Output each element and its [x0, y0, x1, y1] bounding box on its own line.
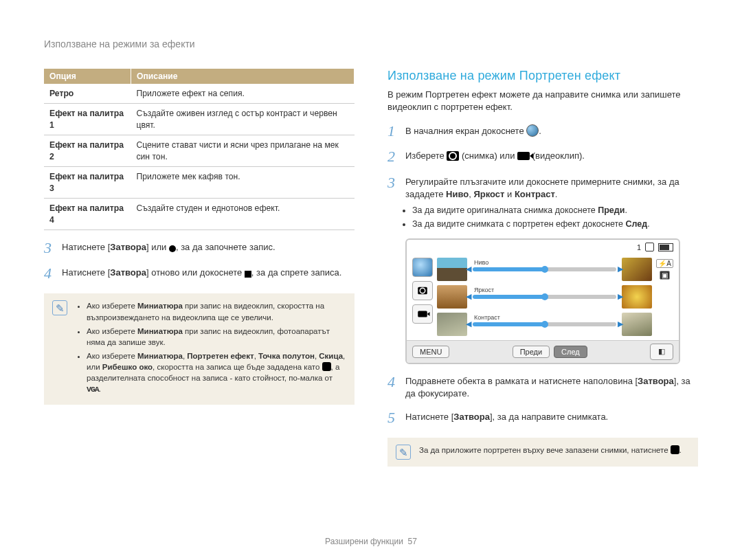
- right-step-1: 1 В началния екран докоснете .: [387, 123, 698, 139]
- step-number: 3: [387, 175, 398, 201]
- bullet-item: За да видите оригиналната снимка докосне…: [412, 205, 698, 216]
- page-footer: Разширени функции 57: [0, 537, 742, 546]
- slider-knob[interactable]: [541, 293, 548, 300]
- note-icon: ✎: [52, 300, 67, 315]
- slider-rows: Ниво ◀ ▶ Яркост ◀: [437, 258, 652, 336]
- step-number: 4: [44, 265, 55, 281]
- arrow-left-icon: ◀: [466, 292, 471, 301]
- left-step-4: 4 Натиснете [Затвора] отново или докосне…: [44, 265, 355, 281]
- section-heading: Използване на режим Портретен ефект: [387, 69, 698, 83]
- lcd-status-bar: 1: [407, 240, 679, 255]
- note-item: Ако изберете Миниатюра при запис на виде…: [87, 326, 346, 348]
- step-number: 2: [387, 148, 398, 164]
- step-text: Натиснете [Затвора] отново или докоснете…: [62, 265, 355, 281]
- slider-knob[interactable]: [541, 266, 548, 273]
- step-number: 1: [387, 123, 398, 139]
- video-icon: [517, 152, 530, 160]
- step-text: Подравнете обекта в рамката и натиснете …: [405, 374, 698, 400]
- th-option: Опция: [44, 69, 131, 84]
- right-step-3: 3 Регулирайте плъзгачите или докоснете п…: [387, 175, 698, 201]
- lcd-body: Ниво ◀ ▶ Яркост ◀: [407, 255, 679, 340]
- exposure-icon[interactable]: ▣: [660, 271, 670, 280]
- th-desc: Описание: [131, 69, 354, 84]
- note-list: Ако изберете Миниатюра при запис на виде…: [76, 300, 346, 398]
- mode-globe-button[interactable]: [412, 258, 433, 277]
- page: Използване на режими за ефекти Опция Опи…: [0, 0, 742, 560]
- section-intro: В режим Портретен ефект можете да направ…: [387, 89, 698, 113]
- camera-icon: [447, 151, 459, 161]
- globe-icon: [526, 124, 539, 137]
- contrast-slider[interactable]: Контраст ◀ ▶: [473, 322, 616, 326]
- flash-icon[interactable]: ⚡A: [656, 259, 673, 268]
- step-text: Регулирайте плъзгачите или докоснете при…: [405, 175, 698, 201]
- sample-thumb[interactable]: [622, 285, 652, 309]
- step-text: Натиснете [Затвора], за да направите сни…: [405, 410, 698, 425]
- sample-thumb[interactable]: [437, 313, 467, 336]
- brightness-slider[interactable]: Яркост ◀ ▶: [473, 295, 616, 299]
- lcd-side-buttons: [412, 258, 433, 324]
- slider-knob[interactable]: [541, 321, 548, 328]
- vga-icon: VGA: [87, 385, 99, 394]
- arrow-right-icon: ▶: [618, 265, 623, 273]
- mode-video-button[interactable]: [412, 304, 433, 324]
- sample-thumb[interactable]: [622, 258, 652, 281]
- slider-row: Ниво ◀ ▶: [437, 258, 652, 281]
- right-step-5: 5 Натиснете [Затвора], за да направите с…: [387, 410, 698, 425]
- note-box-right: ✎ За да приложите портретен върху вече з…: [387, 438, 698, 467]
- step-number: 5: [387, 410, 398, 425]
- battery-icon: [658, 243, 673, 251]
- step-number: 4: [387, 374, 398, 400]
- gallery-button[interactable]: ◧: [650, 344, 673, 360]
- table-row: Ефект на палитра 3Приложете мек кафяв то…: [44, 167, 355, 199]
- note-item: Ако изберете Миниатюра, Портретен ефект,…: [87, 350, 346, 395]
- slider-row: Яркост ◀ ▶: [437, 285, 652, 309]
- step-number: 3: [44, 240, 55, 256]
- lcd-right-strip: ⚡A ▣: [656, 258, 673, 280]
- right-column: Използване на режим Портретен ефект В ре…: [387, 69, 698, 467]
- table-row: Ефект на палитра 4Създайте студен и едно…: [44, 199, 355, 230]
- options-table: Опция Описание РетроПриложете ефект на с…: [44, 69, 355, 230]
- lcd-illustration: 1 Ниво ◀: [405, 238, 680, 364]
- record-icon: [169, 245, 176, 252]
- camera-icon: [418, 287, 427, 294]
- left-column: Опция Описание РетроПриложете ефект на с…: [44, 69, 355, 467]
- step-text: В началния екран докоснете .: [405, 123, 698, 139]
- step-text: Натиснете [Затвора] или , за да започнет…: [62, 240, 355, 256]
- after-button[interactable]: След: [554, 346, 587, 358]
- sd-icon: [645, 243, 654, 251]
- right-step-4: 4 Подравнете обекта в рамката и натиснет…: [387, 374, 698, 400]
- page-header: Използване на режими за ефекти: [44, 38, 698, 49]
- menu-button[interactable]: MENU: [412, 346, 449, 358]
- arrow-left-icon: ◀: [466, 320, 471, 328]
- sample-thumb[interactable]: [622, 313, 652, 336]
- sample-thumb[interactable]: [437, 258, 467, 281]
- counter: 1: [637, 243, 641, 251]
- note-box-left: ✎ Ако изберете Миниатюра при запис на ви…: [44, 293, 355, 405]
- bullet-item: За да видите снимката с портретен ефект …: [412, 219, 698, 230]
- right-step-2: 2 Изберете (снимка) или (видеоклип).: [387, 148, 698, 164]
- sub-bullets: За да видите оригиналната снимка докосне…: [387, 205, 698, 230]
- step-text: Изберете (снимка) или (видеоклип).: [405, 148, 698, 164]
- note-icon: ✎: [396, 445, 411, 460]
- arrow-right-icon: ▶: [618, 292, 623, 301]
- table-row: РетроПриложете ефект на сепия.: [44, 84, 355, 104]
- sample-thumb[interactable]: [437, 285, 467, 309]
- level-slider[interactable]: Ниво ◀ ▶: [473, 267, 616, 271]
- note-text: За да приложите портретен върху вече зап…: [419, 445, 682, 460]
- stop-icon: [245, 271, 251, 278]
- video-icon: [418, 311, 427, 317]
- columns: Опция Описание РетроПриложете ефект на с…: [44, 69, 698, 467]
- mode-camera-button[interactable]: [412, 281, 433, 300]
- arrow-right-icon: ▶: [618, 320, 623, 328]
- left-step-3: 3 Натиснете [Затвора] или , за да започн…: [44, 240, 355, 256]
- lcd-bottom-bar: MENU Преди След ◧: [407, 340, 679, 363]
- table-row: Ефект на палитра 1Създайте оживен изглед…: [44, 104, 355, 135]
- note-item: Ако изберете Миниатюра при запис на виде…: [87, 300, 346, 322]
- apply-icon: [671, 445, 679, 454]
- table-row: Ефект на палитра 2Сцените стават чисти и…: [44, 135, 355, 167]
- slider-row: Контраст ◀ ▶: [437, 313, 652, 336]
- mode-icon: [322, 362, 331, 371]
- before-button[interactable]: Преди: [513, 346, 550, 358]
- arrow-left-icon: ◀: [466, 265, 471, 273]
